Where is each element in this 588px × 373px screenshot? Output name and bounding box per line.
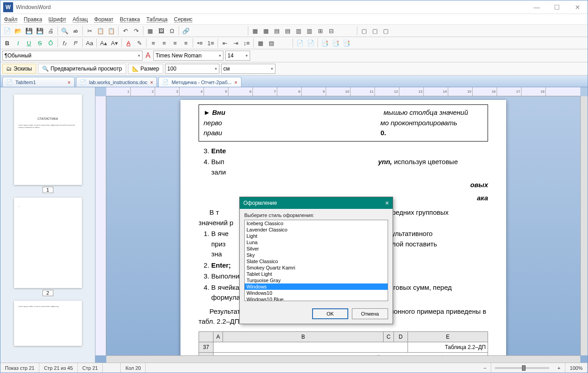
open-icon[interactable]: 📂 xyxy=(13,26,23,36)
align-left-icon[interactable]: ≡ xyxy=(148,38,158,48)
align-justify-icon[interactable]: ≡ xyxy=(181,38,191,48)
border2-icon[interactable]: ▢ xyxy=(370,26,380,36)
tab-item-0[interactable]: 📄 TabItem1 × xyxy=(2,77,75,87)
replace-icon[interactable]: ab xyxy=(71,26,81,36)
print-icon[interactable]: 🖨 xyxy=(46,26,56,36)
horizontal-scrollbar[interactable] xyxy=(106,355,580,363)
doc2-icon[interactable]: 📑 xyxy=(331,38,341,48)
theme-option[interactable]: Silver xyxy=(245,246,388,252)
theme-option[interactable]: Tablet Light xyxy=(245,271,388,277)
cut-icon[interactable]: ✂ xyxy=(85,26,95,36)
vertical-ruler[interactable] xyxy=(95,96,106,355)
theme-option[interactable]: Windows xyxy=(245,283,388,290)
special-icon[interactable]: Ω xyxy=(167,26,177,36)
outdent-icon[interactable]: ⇤ xyxy=(220,38,230,48)
paste-icon[interactable]: 📋 xyxy=(106,26,116,36)
theme-option[interactable]: Light xyxy=(245,233,388,239)
thumbnails-panel[interactable]: СТАТИСТИКА Lorem ipsum dolor sit amet co… xyxy=(0,87,95,363)
subscript-icon[interactable]: f₂ xyxy=(60,38,70,48)
merge-cells-icon[interactable]: ⊞ xyxy=(315,26,325,36)
thumbnails-button[interactable]: 🗂 Эскизы xyxy=(2,64,36,74)
menu-edit[interactable]: Правка xyxy=(24,16,43,23)
redo-icon[interactable]: ↷ xyxy=(131,26,141,36)
theme-listbox[interactable]: Iceberg ClassicoLavender ClassicoLightLu… xyxy=(244,220,388,301)
tab-item-2[interactable]: 📄 Методичка - Отчет-2раб... × xyxy=(158,77,241,87)
dialog-close-icon[interactable]: × xyxy=(385,199,389,207)
zoom-knob[interactable] xyxy=(522,365,526,371)
underline-icon[interactable]: U xyxy=(24,38,34,48)
shading-icon[interactable]: ▨ xyxy=(266,38,276,48)
grow-font-icon[interactable]: A▴ xyxy=(99,38,109,48)
row-below-icon[interactable]: ▤ xyxy=(283,26,293,36)
zoom-combo[interactable]: 100 ▾ xyxy=(165,64,219,74)
border-icon[interactable]: ▢ xyxy=(359,26,369,36)
theme-option[interactable]: Sky xyxy=(245,252,388,258)
theme-option[interactable]: Smokey Quartz Kamri xyxy=(245,264,388,271)
theme-option[interactable]: Lavender Classico xyxy=(245,227,388,233)
numbering-icon[interactable]: 1≡ xyxy=(206,38,216,48)
bold-icon[interactable]: B xyxy=(2,38,12,48)
thumb-page-3[interactable]: Lorem ipsum dolor sit amet consectetur a… xyxy=(14,301,82,346)
maximize-button[interactable]: ☐ xyxy=(547,1,567,14)
new-doc-icon[interactable]: 📄 xyxy=(2,26,12,36)
theme-option[interactable]: Iceberg Classico xyxy=(245,220,388,227)
table-insert-icon[interactable]: ▦ xyxy=(250,26,260,36)
minimize-button[interactable]: — xyxy=(526,1,547,14)
zoom-value[interactable]: 100% xyxy=(565,363,588,373)
case-icon[interactable]: Aa xyxy=(85,38,95,48)
strike-icon[interactable]: S xyxy=(35,38,45,48)
horizontal-ruler[interactable]: 123456789101112131415161718 xyxy=(106,87,580,96)
thumb-page-1[interactable]: СТАТИСТИКА Lorem ipsum dolor sit amet co… xyxy=(14,94,82,185)
overline-icon[interactable]: Ō xyxy=(46,38,56,48)
table-icon[interactable]: ▦ xyxy=(145,26,155,36)
italic-icon[interactable]: I xyxy=(13,38,23,48)
zoom-out-button[interactable]: − xyxy=(479,363,491,373)
thumb-page-2[interactable]: — xyxy=(14,198,82,288)
doc3-icon[interactable]: 📑 xyxy=(341,38,351,48)
font-size-combo[interactable]: 14 ▾ xyxy=(225,51,250,61)
save-as-icon[interactable]: 💾 xyxy=(35,26,45,36)
col-left-icon[interactable]: ▥ xyxy=(294,26,303,36)
border3-icon[interactable]: ▢ xyxy=(381,26,391,36)
table-delete-icon[interactable]: ▦ xyxy=(261,26,271,36)
link-icon[interactable]: 🔗 xyxy=(181,26,191,36)
unit-combo[interactable]: см ▾ xyxy=(221,64,275,74)
size-button[interactable]: 📐 Размер xyxy=(128,64,163,74)
page-icon[interactable]: 📄 xyxy=(295,38,305,48)
theme-option[interactable]: Turquoise Gray xyxy=(245,277,388,283)
zoom-slider[interactable] xyxy=(495,367,549,369)
undo-icon[interactable]: ↶ xyxy=(120,26,130,36)
split-cells-icon[interactable]: ⊟ xyxy=(326,26,336,36)
shrink-font-icon[interactable]: A▾ xyxy=(109,38,119,48)
line-spacing-icon[interactable]: ↕≡ xyxy=(242,38,251,48)
ok-button[interactable]: OK xyxy=(312,308,348,319)
menu-insert[interactable]: Вставка xyxy=(120,16,140,23)
copy-icon[interactable]: 📋 xyxy=(95,26,105,36)
theme-option[interactable]: Windows10 xyxy=(245,290,388,296)
menu-file[interactable]: Файл xyxy=(4,16,18,23)
find-icon[interactable]: 🔍 xyxy=(60,26,70,36)
menu-table[interactable]: Таблица xyxy=(146,16,167,23)
close-tab-icon[interactable]: × xyxy=(234,80,237,85)
style-name-combo[interactable]: ¶ Обычный ▾ xyxy=(2,51,142,61)
align-right-icon[interactable]: ≡ xyxy=(170,38,180,48)
row-above-icon[interactable]: ▤ xyxy=(272,26,282,36)
theme-option[interactable]: Slate Classico xyxy=(245,258,388,264)
font-combo[interactable]: Times New Roman ▾ xyxy=(153,51,223,61)
border-toggle-icon[interactable]: ▦ xyxy=(256,38,266,48)
preview-button[interactable]: 🔍 Предварительный просмотр xyxy=(38,64,126,74)
close-tab-icon[interactable]: × xyxy=(68,80,71,85)
highlight-icon[interactable]: ✎ xyxy=(134,38,144,48)
align-center-icon[interactable]: ≡ xyxy=(159,38,169,48)
vertical-scrollbar[interactable] xyxy=(580,96,588,355)
menu-service[interactable]: Сервис xyxy=(174,16,193,23)
bullets-icon[interactable]: •≡ xyxy=(195,38,205,48)
menu-format[interactable]: Формат xyxy=(94,16,114,23)
image-icon[interactable]: 🖼 xyxy=(156,26,166,36)
save-icon[interactable]: 💾 xyxy=(24,26,34,36)
superscript-icon[interactable]: f² xyxy=(71,38,81,48)
page2-icon[interactable]: 📄 xyxy=(306,38,316,48)
tab-item-1[interactable]: 📄 lab.works_instructions.doc × xyxy=(76,77,157,87)
cancel-button[interactable]: Отмена xyxy=(352,308,388,319)
menu-font[interactable]: Шрифт xyxy=(48,16,66,23)
